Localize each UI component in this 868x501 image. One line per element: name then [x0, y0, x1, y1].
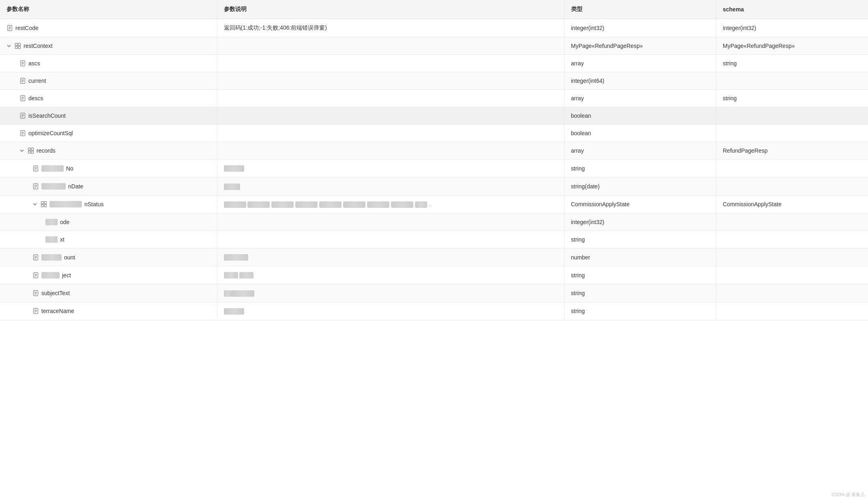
- param-name-cell: xt: [0, 231, 217, 248]
- param-name: ode: [60, 219, 69, 225]
- param-name: restContext: [24, 43, 53, 49]
- param-description-cell: [217, 231, 564, 248]
- param-description-cell: ..: [217, 195, 564, 213]
- doc-icon: [19, 112, 26, 119]
- expand-icon[interactable]: [19, 148, 24, 153]
- doc-icon: [32, 165, 39, 172]
- param-description-cell: [217, 37, 564, 55]
- param-type-cell: CommissionApplyState: [564, 195, 716, 213]
- param-description-cell: [217, 160, 564, 177]
- table-row: restContextMyPage«RefundPageResp»MyPage«…: [0, 37, 868, 55]
- doc-icon: [32, 272, 39, 279]
- param-schema-cell: RefundPageResp: [716, 142, 868, 160]
- param-schema-cell: [716, 231, 868, 248]
- table-row: restCode返回码(1:成功;-1:失败;406:前端错误弹窗)intege…: [0, 19, 868, 37]
- table-row: descsarraystring: [0, 90, 868, 107]
- param-name-cell: restContext: [0, 37, 217, 55]
- param-type-cell: boolean: [564, 107, 716, 125]
- param-name: ount: [64, 254, 75, 261]
- col-header-name: 参数名称: [0, 0, 217, 19]
- param-name: ascs: [28, 60, 40, 67]
- svg-rect-28: [28, 148, 31, 151]
- param-name: xt: [60, 236, 64, 243]
- table-header: 参数名称 参数说明 类型 schema: [0, 0, 868, 19]
- param-description-cell: [217, 302, 564, 320]
- table-row: subjectTextstring: [0, 284, 868, 302]
- param-type-cell: array: [564, 90, 716, 107]
- obj-icon: [15, 43, 21, 49]
- param-type-cell: array: [564, 55, 716, 72]
- svg-rect-6: [15, 46, 18, 49]
- param-name: ject: [62, 272, 71, 279]
- table-row: xtstring: [0, 231, 868, 248]
- param-name-cell: No: [0, 160, 217, 177]
- param-name: current: [28, 78, 46, 84]
- param-schema-cell: [716, 266, 868, 284]
- param-name: descs: [28, 95, 43, 101]
- param-name-cell: optimizeCountSql: [0, 125, 217, 142]
- col-header-type: 类型: [564, 0, 716, 19]
- doc-icon: [6, 25, 13, 31]
- param-type-cell: string(date): [564, 177, 716, 195]
- param-name: records: [37, 147, 56, 154]
- param-name: nStatus: [84, 201, 103, 207]
- param-schema-cell: CommissionApplyState: [716, 195, 868, 213]
- param-type-cell: MyPage«RefundPageResp»: [564, 37, 716, 55]
- param-schema-cell: [716, 302, 868, 320]
- param-description-cell: [217, 284, 564, 302]
- param-type-cell: string: [564, 284, 716, 302]
- table-row: odeinteger(int32): [0, 213, 868, 231]
- expand-icon[interactable]: [6, 43, 11, 48]
- param-type-cell: integer(int64): [564, 72, 716, 90]
- col-header-description: 参数说明: [217, 0, 564, 19]
- table-row: ountnumber: [0, 248, 868, 266]
- svg-rect-42: [41, 205, 44, 207]
- param-name: restCode: [15, 25, 39, 31]
- param-name-cell: ode: [0, 213, 217, 231]
- expand-icon[interactable]: [32, 202, 37, 207]
- param-type-cell: string: [564, 302, 716, 320]
- param-schema-cell: [716, 125, 868, 142]
- doc-icon: [32, 290, 39, 296]
- doc-icon: [32, 308, 39, 314]
- param-type-cell: integer(int32): [564, 213, 716, 231]
- doc-icon: [19, 95, 26, 101]
- param-name-cell: ject: [0, 266, 217, 284]
- param-schema-cell: [716, 160, 868, 177]
- param-schema-cell: string: [716, 55, 868, 72]
- doc-icon: [32, 254, 39, 261]
- table-row: ascsarraystring: [0, 55, 868, 72]
- param-description-cell: [217, 125, 564, 142]
- svg-rect-30: [28, 151, 31, 153]
- doc-icon: [19, 60, 26, 67]
- param-name: No: [66, 165, 73, 172]
- api-params-table: 参数名称 参数说明 类型 schema restCode返回码(1:成功;-1:…: [0, 0, 868, 320]
- param-description-cell: 返回码(1:成功;-1:失败;406:前端错误弹窗): [217, 19, 564, 37]
- table-row: isSearchCountboolean: [0, 107, 868, 125]
- obj-icon: [41, 201, 47, 207]
- svg-rect-43: [44, 205, 47, 207]
- param-description-cell: [217, 72, 564, 90]
- param-schema-cell: integer(int32): [716, 19, 868, 37]
- param-description-cell: [217, 266, 564, 284]
- param-name: subjectText: [41, 290, 70, 296]
- param-description-cell: [217, 107, 564, 125]
- param-description-cell: [217, 55, 564, 72]
- param-schema-cell: [716, 248, 868, 266]
- table-row: ject string: [0, 266, 868, 284]
- param-name: optimizeCountSql: [28, 130, 73, 136]
- param-name-cell: ount: [0, 248, 217, 266]
- param-schema-cell: string: [716, 90, 868, 107]
- param-description-cell: [217, 213, 564, 231]
- svg-rect-40: [41, 202, 44, 204]
- param-description-cell: [217, 248, 564, 266]
- table-row: nStatus ..CommissionApplyStateCommission…: [0, 195, 868, 213]
- param-type-cell: integer(int32): [564, 19, 716, 37]
- param-type-cell: boolean: [564, 125, 716, 142]
- table-row: optimizeCountSqlboolean: [0, 125, 868, 142]
- col-header-schema: schema: [716, 0, 868, 19]
- param-type-cell: array: [564, 142, 716, 160]
- param-name: nDate: [68, 183, 83, 190]
- param-name: isSearchCount: [28, 112, 66, 119]
- doc-icon: [19, 78, 26, 84]
